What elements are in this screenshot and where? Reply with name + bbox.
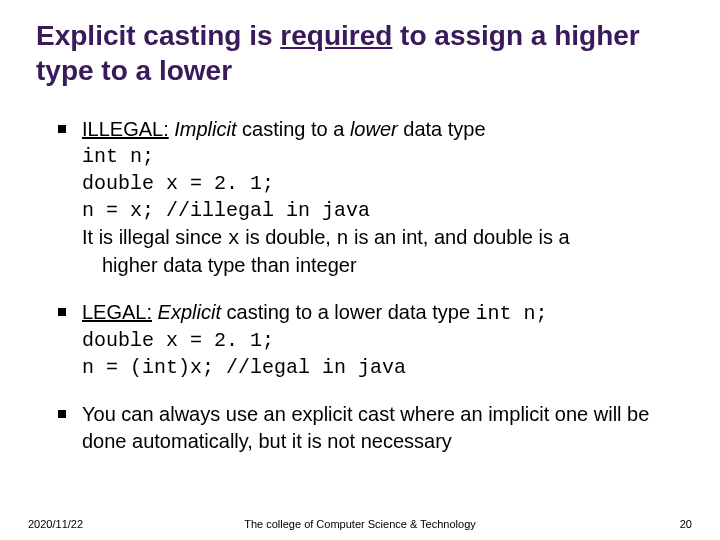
bullet-note: You can always use an explicit cast wher… bbox=[58, 401, 684, 455]
bullet-illegal: ILLEGAL: Implicit casting to a lower dat… bbox=[58, 116, 684, 279]
title-underlined: required bbox=[280, 20, 392, 51]
footer-date: 2020/11/22 bbox=[28, 518, 83, 530]
footer-org: The college of Computer Science & Techno… bbox=[28, 518, 692, 530]
illegal-explain-wrap: higher data type than integer bbox=[82, 252, 684, 279]
code-line: double x = 2. 1; bbox=[82, 327, 684, 354]
note-text: You can always use an explicit cast wher… bbox=[82, 403, 649, 452]
code-line: double x = 2. 1; bbox=[82, 170, 684, 197]
code-line: n = x; //illegal in java bbox=[82, 197, 684, 224]
slide-number: 20 bbox=[680, 518, 692, 530]
illegal-emph: Implicit bbox=[174, 118, 236, 140]
legal-emph: Explicit bbox=[158, 301, 221, 323]
slide-title: Explicit casting is required to assign a… bbox=[36, 18, 684, 88]
legal-label: LEGAL: bbox=[82, 301, 152, 323]
slide: Explicit casting is required to assign a… bbox=[0, 0, 720, 540]
title-pre: Explicit casting is bbox=[36, 20, 280, 51]
illegal-explain: It is illegal since x is double, n is an… bbox=[82, 224, 684, 252]
illegal-label: ILLEGAL: bbox=[82, 118, 169, 140]
bullet-list: ILLEGAL: Implicit casting to a lower dat… bbox=[36, 116, 684, 455]
code-line: int n; bbox=[82, 143, 684, 170]
bullet-legal: LEGAL: Explicit casting to a lower data … bbox=[58, 299, 684, 381]
code-line: n = (int)x; //legal in java bbox=[82, 354, 684, 381]
footer: 2020/11/22 The college of Computer Scien… bbox=[0, 518, 720, 530]
